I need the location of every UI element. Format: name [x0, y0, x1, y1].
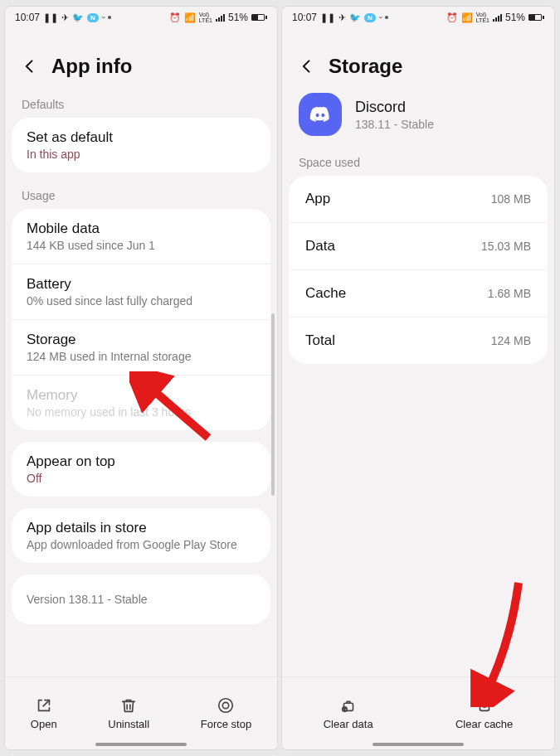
appinfo-screen: 10:07 ❚❚ ✈ 🐦 N › ⏰ 📶 VoI)LTE1 51% App in… [5, 7, 277, 749]
uninstall-button[interactable]: Uninstall [108, 696, 149, 730]
section-space-used-label: Space used [282, 151, 554, 176]
total-size-val: 124 MB [491, 334, 531, 347]
clear-data-button[interactable]: Clear data [324, 696, 373, 730]
discord-app-icon [299, 93, 342, 136]
trash-icon [119, 696, 138, 715]
open-icon [35, 696, 53, 715]
memory-row[interactable]: Memory No memory used in last 3 hours [12, 375, 270, 430]
page-title: Storage [329, 55, 402, 78]
status-time: 10:07 [292, 12, 317, 23]
appear-on-top-sub: Off [27, 472, 256, 485]
cache-size-key: Cache [305, 285, 346, 302]
alarm-icon: ⏰ [446, 12, 458, 23]
wifi-icon: 📶 [184, 12, 196, 23]
chevron-icon: › [376, 17, 384, 19]
back-arrow-icon [299, 58, 315, 75]
app-name: Discord [355, 99, 434, 116]
clear-data-icon [339, 696, 358, 715]
app-size-row: App 108 MB [289, 176, 548, 222]
twitter-icon: 🐦 [349, 12, 361, 23]
signal-icon [493, 14, 502, 22]
data-size-row: Data 15.03 MB [289, 222, 548, 269]
app-details-title: App details in store [27, 520, 256, 536]
chevron-icon: › [99, 17, 107, 19]
clear-cache-label: Clear cache [455, 718, 513, 730]
status-time: 10:07 [15, 12, 40, 23]
clear-cache-icon [475, 696, 494, 715]
status-battery-pct: 51% [228, 12, 248, 23]
section-usage-label: Usage [5, 184, 277, 209]
battery-title: Battery [27, 276, 256, 293]
battery-icon [251, 14, 267, 21]
more-dot-icon [385, 16, 388, 19]
pause-icon: ❚❚ [320, 12, 335, 23]
mobile-data-sub: 144 KB used since Jun 1 [27, 239, 256, 252]
signal-icon [216, 14, 225, 22]
data-size-key: Data [305, 238, 335, 254]
total-size-key: Total [305, 332, 335, 349]
notif-badge-icon: N [364, 13, 376, 22]
pause-icon: ❚❚ [43, 12, 58, 23]
battery-row[interactable]: Battery 0% used since last fully charged [12, 264, 270, 319]
space-used-card: App 108 MB Data 15.03 MB Cache 1.68 MB T… [289, 176, 548, 364]
memory-title: Memory [27, 387, 256, 404]
telegram-icon: ✈ [61, 12, 69, 23]
mobile-data-title: Mobile data [27, 220, 256, 237]
set-as-default-sub: In this app [27, 148, 256, 161]
twitter-icon: 🐦 [72, 12, 84, 23]
volte-icon: VoI)LTE1 [476, 12, 489, 23]
volte-icon: VoI)LTE1 [199, 12, 212, 23]
notif-badge-icon: N [87, 13, 99, 22]
cache-size-val: 1.68 MB [488, 287, 531, 300]
scroll-indicator[interactable] [271, 313, 275, 496]
open-label: Open [31, 718, 57, 730]
battery-sub: 0% used since last fully charged [27, 294, 256, 308]
back-button[interactable] [20, 56, 40, 76]
storage-row[interactable]: Storage 124 MB used in Internal storage [12, 319, 270, 375]
storage-screen: 10:07 ❚❚ ✈ 🐦 N › ⏰ 📶 VoI)LTE1 51% Storag… [282, 7, 554, 749]
bottom-bar: Open Uninstall Force stop [5, 676, 277, 749]
total-size-row: Total 124 MB [289, 317, 548, 364]
status-bar: 10:07 ❚❚ ✈ 🐦 N › ⏰ 📶 VoI)LTE1 51% [5, 7, 277, 28]
version-card: Version 138.11 - Stable [12, 574, 270, 624]
back-arrow-icon [22, 58, 38, 75]
discord-logo-icon [308, 102, 333, 127]
svg-point-1 [223, 702, 229, 708]
clear-cache-button[interactable]: Clear cache [455, 696, 513, 730]
force-stop-button[interactable]: Force stop [201, 696, 251, 730]
force-stop-label: Force stop [201, 718, 251, 730]
alarm-icon: ⏰ [169, 12, 181, 23]
telegram-icon: ✈ [338, 12, 346, 23]
stop-icon [217, 696, 235, 715]
mobile-data-row[interactable]: Mobile data 144 KB used since Jun 1 [12, 209, 270, 264]
battery-icon [528, 14, 544, 21]
nav-pill[interactable] [95, 743, 187, 746]
back-button[interactable] [297, 56, 317, 76]
version-text: Version 138.11 - Stable [27, 593, 148, 606]
app-details-sub: App downloaded from Google Play Store [27, 538, 256, 551]
svg-point-0 [219, 699, 233, 713]
clear-data-label: Clear data [324, 718, 373, 730]
app-size-key: App [305, 191, 330, 207]
storage-title: Storage [27, 332, 256, 348]
app-details-row[interactable]: App details in store App downloaded from… [12, 508, 270, 563]
data-size-val: 15.03 MB [481, 240, 531, 253]
wifi-icon: 📶 [461, 12, 473, 23]
open-button[interactable]: Open [31, 696, 57, 730]
app-header: Discord 138.11 - Stable [282, 93, 554, 151]
more-dot-icon [108, 16, 111, 19]
bottom-bar: Clear data Clear cache [282, 676, 554, 749]
memory-sub: No memory used in last 3 hours [27, 405, 256, 419]
status-bar: 10:07 ❚❚ ✈ 🐦 N › ⏰ 📶 VoI)LTE1 51% [282, 7, 554, 28]
page-title: App info [51, 55, 132, 78]
set-as-default-row[interactable]: Set as default In this app [12, 118, 270, 172]
nav-pill[interactable] [373, 743, 464, 746]
appear-on-top-title: Appear on top [27, 453, 256, 470]
appear-on-top-row[interactable]: Appear on top Off [12, 442, 270, 497]
status-battery-pct: 51% [505, 12, 525, 23]
set-as-default-title: Set as default [27, 129, 256, 146]
app-version: 138.11 - Stable [355, 118, 434, 131]
app-size-val: 108 MB [491, 192, 531, 206]
section-defaults-label: Defaults [5, 93, 277, 118]
cache-size-row: Cache 1.68 MB [289, 269, 548, 317]
